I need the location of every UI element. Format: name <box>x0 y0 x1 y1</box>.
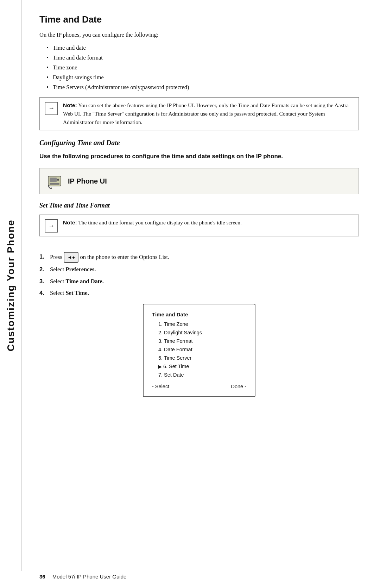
step-4-bold: Set Time. <box>65 290 89 296</box>
list-item: Time and date <box>46 43 359 53</box>
arrow-icon-2: → <box>45 219 58 233</box>
step-3-bold: Time and Date. <box>65 278 103 285</box>
step-1: 1. Press ◄● on the phone to enter the Op… <box>39 252 359 263</box>
main-content: Time and Date On the IP phones, you can … <box>22 0 380 420</box>
sidebar: Customizing Your Phone <box>0 0 22 571</box>
intro-text: On the IP phones, you can configure the … <box>39 31 359 39</box>
set-time-note-text: Note: The time and time format you confi… <box>63 218 242 227</box>
list-item: Time and date format <box>46 53 359 63</box>
configuring-intro: Use the following procedures to configur… <box>39 152 359 161</box>
note-text: Note: You can set the above features usi… <box>63 101 354 126</box>
list-item: Time Servers (Administrator use only;pas… <box>46 82 359 92</box>
arrow-icon: → <box>45 102 58 115</box>
step-3-text: Select Time and Date. <box>50 277 104 286</box>
ip-phone-ui-box: 📞 IP Phone UI <box>39 168 359 194</box>
svg-text:📞: 📞 <box>48 185 52 189</box>
phone-icon: 📞 <box>47 173 62 189</box>
phone-screen: Time and Date 1. Time Zone 2. Daylight S… <box>143 304 255 397</box>
footer-bar: 36 Model 57i IP Phone User Guide <box>22 570 380 580</box>
step-1-text: Press ◄● on the phone to enter the Optio… <box>50 252 169 263</box>
step-4-text: Select Set Time. <box>50 288 89 298</box>
screen-item-2: 2. Daylight Savings <box>158 329 246 337</box>
step-2-text: Select Preferences. <box>50 265 96 274</box>
step-4-num: 4. <box>39 288 47 298</box>
screen-item-4: 4. Date Format <box>158 346 246 354</box>
section-title: Time and Date <box>39 14 359 25</box>
screen-item-7: 7. Set Date <box>158 371 246 379</box>
set-time-format-title: Set Time and Time Format <box>39 202 359 211</box>
selected-arrow-icon: ▶ <box>158 363 162 370</box>
list-item: Time zone <box>46 63 359 73</box>
svg-rect-1 <box>50 178 57 182</box>
step-2-num: 2. <box>39 264 47 274</box>
footer-select: - Select <box>152 382 169 391</box>
svg-rect-3 <box>50 183 59 185</box>
options-button-icon: ◄● <box>64 252 78 263</box>
list-item: Daylight savings time <box>46 73 359 82</box>
steps-list: 1. Press ◄● on the phone to enter the Op… <box>39 252 359 298</box>
phone-screen-footer: - Select Done - <box>152 382 246 391</box>
footer-done: Done - <box>231 382 246 391</box>
sidebar-label: Customizing Your Phone <box>5 219 17 351</box>
bullet-list: Time and date Time and date format Time … <box>46 43 359 92</box>
note-bold: Note: <box>63 102 77 108</box>
set-time-note-box: → Note: The time and time format you con… <box>39 215 359 236</box>
svg-point-2 <box>57 179 59 181</box>
configuring-title: Configuring Time and Date <box>39 139 359 147</box>
step-2-bold: Preferences. <box>65 266 96 273</box>
step-1-num: 1. <box>39 252 47 261</box>
footer-model: Model 57i IP Phone User Guide <box>52 574 127 580</box>
step-4: 4. Select Set Time. <box>39 288 359 298</box>
step-3-num: 3. <box>39 276 47 286</box>
screen-item-5: 5. Time Server <box>158 354 246 363</box>
divider <box>39 245 359 245</box>
note-box: → Note: You can set the above features u… <box>39 97 359 130</box>
ip-phone-label: IP Phone UI <box>68 177 107 185</box>
phone-screen-title: Time and Date <box>152 310 246 319</box>
footer-page-num: 36 <box>39 574 45 580</box>
set-time-note-body: The time and time format you configure d… <box>77 219 242 225</box>
screen-item-6-selected: ▶ 6. Set Time <box>158 363 246 371</box>
screen-item-1: 1. Time Zone <box>158 320 246 329</box>
set-time-note-bold: Note: <box>63 219 77 225</box>
phone-screen-items: 1. Time Zone 2. Daylight Savings 3. Time… <box>152 320 246 379</box>
step-3: 3. Select Time and Date. <box>39 276 359 286</box>
screen-item-3: 3. Time Format <box>158 337 246 346</box>
step-2: 2. Select Preferences. <box>39 264 359 274</box>
note-body: You can set the above features using the… <box>63 102 349 125</box>
